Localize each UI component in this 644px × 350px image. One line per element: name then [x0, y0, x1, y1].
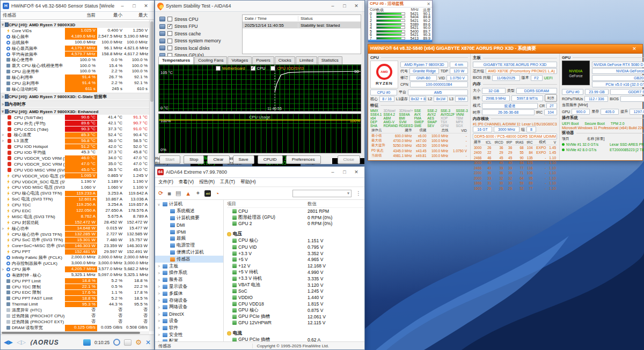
checkbox[interactable] [167, 46, 172, 50]
cpuid-button[interactable]: CPUID [258, 155, 283, 164]
checkbox[interactable] [167, 17, 172, 21]
sidebar-item[interactable]: DMI [155, 221, 223, 228]
scroll-thumb[interactable] [150, 21, 153, 102]
checkbox[interactable] [216, 66, 221, 71]
cpuid-icon[interactable]: aid [204, 190, 211, 197]
nav-collapse-icon[interactable]: ◁▷ [17, 339, 26, 346]
sidebar-item[interactable]: >服务器 [155, 277, 223, 284]
sidebar-item[interactable]: >网络设备 [155, 304, 223, 311]
sensor-row[interactable]: CPU SoC 功率 (SVI3 TFN)15.301 W7.480 W15.7… [1, 237, 149, 243]
sensor-row[interactable]: CPU PPT Limit18.8 %5.2 %18.8 % [1, 278, 149, 284]
expander-icon[interactable]: > [157, 306, 161, 309]
gpu-select-box[interactable]: GPU #0 [562, 89, 583, 95]
legend-motherboard[interactable]: Motherboard [216, 66, 245, 71]
sensor-group-row[interactable]: ∨CPU [#0]: AMD Ryzen 7 9800X3D: Enhanced [1, 108, 149, 115]
sensor-row[interactable]: CPU 总使用率100.0 %2.2 %100.0 % [1, 69, 149, 75]
sensor-row[interactable]: CPU VDD MISC 电压 (SVI3 TFN)1.060 V1.060 V… [1, 184, 149, 190]
legend-cpu-iod-svi3[interactable]: CPU IOD/SVI3 [270, 66, 304, 71]
panel-row[interactable]: SoC1.245 V [227, 288, 364, 295]
panel-row[interactable]: +5 V4.965 V [227, 257, 364, 263]
stress-item[interactable]: Stress cache [159, 30, 240, 38]
menu-f[interactable]: 文件(F) [158, 179, 173, 185]
sensor-row[interactable]: CPU VDDCR_VDD 电压 (SVI3 TFN)1.095 V0.865 … [1, 173, 149, 179]
sensor-row[interactable]: CPU 外壳 (平均)89.6 °C42.1 °C90.7 °C [1, 121, 149, 126]
sensor-row[interactable]: CPU 总利用率91.4 %2.2 %92.1 % [1, 80, 149, 86]
sidebar-item[interactable]: v计算机 [155, 201, 223, 208]
stress-item[interactable]: Stress local disks [159, 44, 240, 52]
sidebar-item[interactable]: 传感器 [155, 256, 223, 263]
sensor-row[interactable]: 过热降频 (PROCHOT CPU)否否否 [1, 313, 149, 319]
minimize-icon[interactable]: – [327, 167, 339, 177]
stop-icon[interactable]: ■ [167, 190, 171, 197]
sensor-row[interactable]: Thermal Limit95.3 %44.3 %95.5 % [1, 301, 149, 307]
checkbox[interactable] [167, 31, 172, 36]
save-button[interactable]: Save [233, 155, 254, 164]
sensor-row[interactable]: 核心使用率100.0 %0.0 %100.0 % [1, 57, 149, 63]
panel-row[interactable]: VDDIO1.440 V [227, 294, 364, 301]
sensor-group-row[interactable]: >CPU [#0]: AMD Ryzen 7 9800X3D: C-State … [1, 93, 149, 100]
chevron-down-icon[interactable]: ▾ [347, 191, 349, 196]
sensor-row[interactable]: 内存控制器频率 (UCLK)3,000.0 MHz3,000.0 MHz3,00… [1, 260, 149, 266]
sensor-row[interactable]: 温度异常 (HTC)否否否 [1, 307, 149, 313]
nav-back-icon[interactable]: ◀▶ [4, 339, 13, 346]
tab-clocks[interactable]: Clocks [275, 56, 295, 64]
expander-icon[interactable]: > [157, 271, 161, 275]
tab-powers[interactable]: Powers [252, 56, 274, 64]
summary-titlebar[interactable]: HWiNFO® 64 v8.32-5840 (x64) GIGABYTE X87… [368, 44, 642, 54]
sensor-row[interactable]: CPU IOD Hotspot51.2 °C42.0 °C52.0 °C [1, 144, 149, 150]
sensor-row[interactable]: Core VIDs1.025 V0.400 V1.250 V [1, 28, 149, 34]
refresh-icon[interactable]: ⟳ [158, 190, 163, 197]
history-icon[interactable]: ◔ [215, 190, 219, 197]
expander-icon[interactable]: > [157, 333, 161, 337]
sensor-row[interactable]: Core+SoC+MISC 功率 (SVI3 TFN)146.303 W23.3… [1, 243, 149, 249]
checkbox[interactable] [251, 66, 255, 71]
sensor-row[interactable]: >核心功率14.648 W0.015 W15.477 W [1, 226, 149, 232]
sidebar-item[interactable]: >主板 [155, 263, 223, 270]
minimize-icon[interactable]: – [327, 1, 339, 11]
sensor-row[interactable]: 核心利用率91.4 %26.7 %92.1 % [1, 75, 149, 80]
sensor-row[interactable]: 总线频率100.0 MHz100.0 MHz100.0 MHz [1, 40, 149, 46]
sensor-row[interactable]: 平均有效频率4,579.7 MHz158.8 MHz4,617.2 MHz [1, 51, 149, 57]
sidebar-item[interactable]: >设备 [155, 318, 223, 325]
stress-item[interactable]: Stress system memory [159, 38, 240, 45]
sensor-row[interactable]: DRAM 读取带宽0.125 GB/s0.035 GB/s0.508 GB/s [1, 325, 149, 331]
expander-icon[interactable]: > [1, 95, 5, 99]
sensor-row[interactable]: MISC 电流 (SVI3 TFN)8.762 A5.675 A8.789 A [1, 214, 149, 220]
maximize-icon[interactable]: □ [339, 1, 350, 11]
sensor-row[interactable]: CPU VDDCR_SOC 电压 (SVI3 TFN)1.190 V1.189 … [1, 179, 149, 185]
expander-icon[interactable]: ∨ [1, 109, 5, 114]
sidebar-item[interactable]: >多媒体 [155, 290, 223, 297]
sensor-column-headers[interactable]: 传感器 当前 最小 最大 [1, 12, 154, 20]
preferences-button[interactable]: Preferences [286, 155, 321, 164]
sensor-row[interactable]: >L3 温度56.8 °C36.0 °C58.5 °C [1, 138, 149, 144]
sensor-row[interactable]: CPU PPT FAST Limit18.8 %5.2 %18.5 % [1, 295, 149, 301]
sidebar-item[interactable]: 超频 [155, 235, 223, 242]
expander-icon[interactable]: > [1, 139, 5, 143]
hwinfo-titlebar[interactable]: H HWiNFO® 64 v8.32-5840 Sensor Status [W… [1, 1, 154, 12]
panel-row[interactable]: CPU VID0.795 V [227, 244, 364, 250]
sensor-row[interactable]: CPU EDC122.050 A27.650 A178.576 A [1, 208, 149, 214]
sensor-row[interactable]: CPU EDC 限制17.6 %1.1 %17.8 % [1, 290, 149, 296]
flame-icon[interactable]: ▲ [185, 190, 191, 197]
menu-v[interactable]: 查看(V) [179, 179, 194, 185]
close-button[interactable]: Close [338, 155, 360, 164]
sensor-vertical-scrollbar[interactable] [149, 20, 154, 331]
sidebar-item[interactable]: 计算机摘要 [155, 215, 223, 222]
expander-icon[interactable]: > [157, 319, 161, 323]
sidebar-item[interactable]: 系统概述 [155, 208, 223, 215]
sensor-group-row[interactable]: ∨CPU [#0]: AMD Ryzen 7 9800X3D [1, 21, 149, 28]
tab-statistics[interactable]: Statistics [318, 56, 342, 64]
report-icon[interactable] [124, 339, 131, 346]
sensor-row[interactable]: CPU 封装功耗152.472 W28.452 W152.472 W [1, 220, 149, 226]
benchmark-icon[interactable]: ✦ [195, 190, 200, 197]
sensor-row[interactable]: 过热降频 (PROCHOT EXT)否否否 [1, 319, 149, 325]
tab-limited[interactable]: Limited [296, 56, 317, 64]
sidebar-item[interactable]: >DirectX [155, 311, 223, 318]
panel-row[interactable]: +12 V12.168 V [227, 263, 364, 269]
sidebar-item[interactable]: >存储设备 [155, 297, 223, 304]
checkbox[interactable] [167, 24, 172, 29]
sensor-row[interactable]: 核心频率4,189.6 MHz2,547.5 MHz5,190.0 MHz [1, 34, 149, 40]
sidebar-item[interactable]: >安全性 [155, 331, 223, 338]
sidebar-item[interactable]: >显示设备 [155, 284, 223, 291]
col-max[interactable]: 最大 [124, 12, 149, 19]
